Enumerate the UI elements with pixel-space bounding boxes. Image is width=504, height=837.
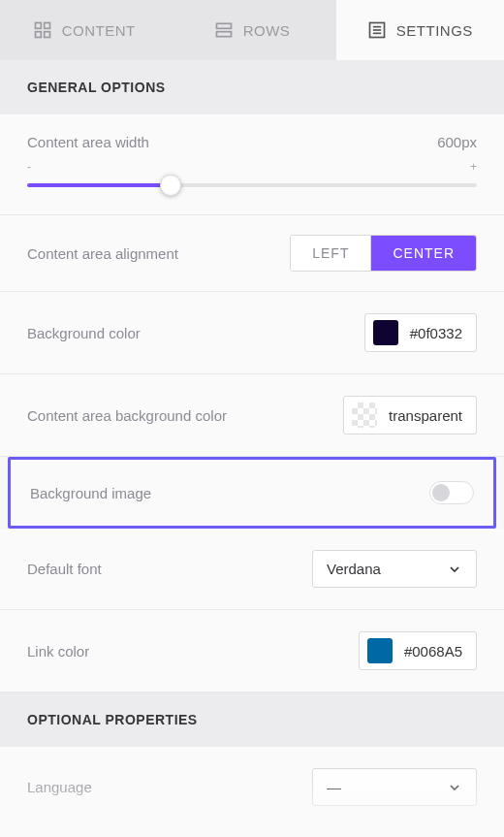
toggle-knob <box>432 484 450 501</box>
svg-rect-2 <box>35 32 41 38</box>
content-width-label: Content area width <box>27 134 149 150</box>
default-font-select[interactable]: Verdana <box>312 550 477 588</box>
background-color-value: #0f0332 <box>410 325 462 341</box>
section-header-general: GENERAL OPTIONS <box>0 60 504 114</box>
highlight-background-image: Background image <box>8 457 496 529</box>
color-swatch <box>373 320 398 345</box>
slider-minus[interactable]: - <box>27 160 31 174</box>
tab-settings[interactable]: SETTINGS <box>336 0 504 60</box>
background-image-toggle[interactable] <box>429 481 474 504</box>
background-image-label: Background image <box>30 485 151 501</box>
chevron-down-icon <box>447 562 462 577</box>
tab-content[interactable]: CONTENT <box>0 0 168 60</box>
svg-rect-3 <box>44 32 49 38</box>
row-content-bg-color: Content area background color transparen… <box>0 374 504 457</box>
content-bg-value: transparent <box>389 407 462 424</box>
link-color-label: Link color <box>27 643 89 660</box>
svg-rect-0 <box>35 23 41 29</box>
slider-thumb[interactable] <box>160 175 181 196</box>
default-font-label: Default font <box>27 561 102 577</box>
alignment-left[interactable]: LEFT <box>291 236 370 271</box>
link-color-value: #0068A5 <box>404 643 462 660</box>
language-value: — <box>327 779 341 795</box>
default-font-value: Verdana <box>327 561 381 577</box>
alignment-segmented: LEFT CENTER <box>290 235 477 272</box>
content-bg-field[interactable]: transparent <box>343 396 477 435</box>
alignment-label: Content area alignment <box>27 245 178 262</box>
row-content-area-width: Content area width 600px - + <box>0 114 504 215</box>
language-label: Language <box>27 779 92 795</box>
section-header-optional: OPTIONAL PROPERTIES <box>0 692 504 747</box>
color-swatch <box>367 638 393 663</box>
svg-rect-1 <box>44 23 49 29</box>
slider-plus[interactable]: + <box>470 160 477 174</box>
content-width-value: 600px <box>437 134 477 150</box>
tab-label: ROWS <box>243 22 291 39</box>
language-select[interactable]: — <box>312 768 477 806</box>
svg-rect-5 <box>216 32 231 37</box>
settings-list-icon <box>367 20 387 40</box>
background-color-field[interactable]: #0f0332 <box>364 313 477 352</box>
grid-icon <box>33 20 52 40</box>
row-default-font: Default font Verdana <box>0 529 504 610</box>
link-color-field[interactable]: #0068A5 <box>359 631 477 670</box>
row-link-color: Link color #0068A5 <box>0 610 504 692</box>
color-swatch-transparent <box>352 402 377 428</box>
tab-label: SETTINGS <box>396 22 473 39</box>
row-language: Language — <box>0 747 504 827</box>
tab-label: CONTENT <box>62 22 136 39</box>
tab-bar: CONTENT ROWS SETTINGS <box>0 0 504 60</box>
svg-rect-4 <box>216 23 231 28</box>
alignment-center[interactable]: CENTER <box>370 236 476 271</box>
chevron-down-icon <box>447 780 462 795</box>
tab-rows[interactable]: ROWS <box>168 0 335 60</box>
rows-icon <box>214 20 234 40</box>
content-bg-label: Content area background color <box>27 407 227 424</box>
row-background-color: Background color #0f0332 <box>0 292 504 374</box>
row-content-alignment: Content area alignment LEFT CENTER <box>0 215 504 292</box>
content-width-slider[interactable] <box>27 176 477 195</box>
background-color-label: Background color <box>27 325 141 341</box>
